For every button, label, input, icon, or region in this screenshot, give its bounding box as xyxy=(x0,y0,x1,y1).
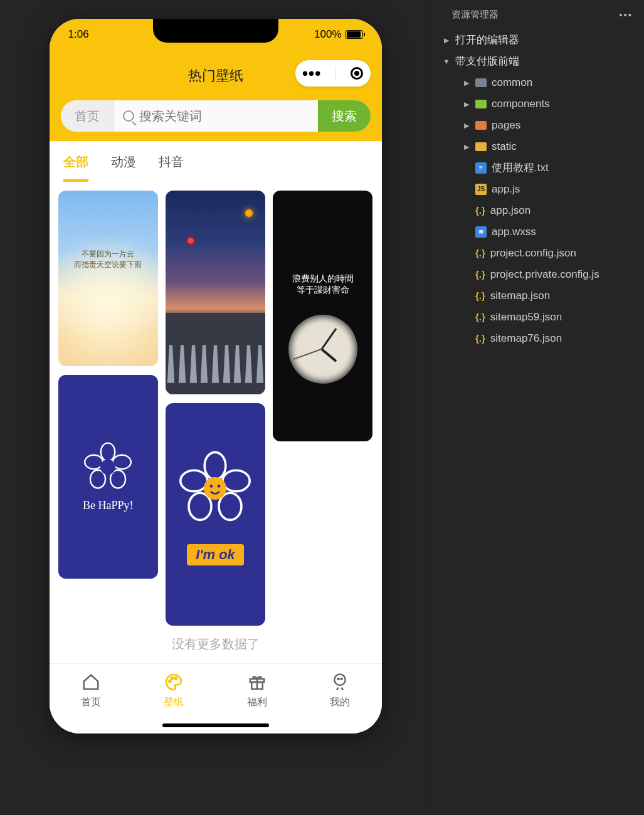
tree-file[interactable]: {.}sitemap.json xyxy=(431,285,644,307)
folder-icon xyxy=(475,78,487,87)
svg-point-7 xyxy=(110,465,112,466)
file-tree[interactable]: ▶打开的编辑器▼带支付版前端▶common▶components▶pages▶s… xyxy=(431,27,644,352)
json-icon: {.} xyxy=(475,329,485,348)
svg-point-14 xyxy=(210,485,213,488)
chevron-icon: ▶ xyxy=(463,118,470,132)
chevron-icon: ▶ xyxy=(463,140,470,154)
folder-icon xyxy=(475,142,487,151)
gift-icon xyxy=(246,671,268,693)
tabbar-label: 我的 xyxy=(330,696,350,709)
search-button[interactable]: 搜索 xyxy=(318,100,371,132)
svg-point-12 xyxy=(181,470,208,492)
phone-simulator: 1:06 100% 热门壁纸 ••• 首页 搜 xyxy=(50,19,382,734)
tree-folder[interactable]: ▶static xyxy=(431,136,644,157)
svg-point-8 xyxy=(205,452,226,479)
svg-line-25 xyxy=(337,688,339,690)
page-title: 热门壁纸 xyxy=(188,66,243,85)
phone-notch xyxy=(153,19,278,43)
menu-icon[interactable]: ••• xyxy=(302,71,321,76)
chevron-icon: ▶ xyxy=(443,33,450,47)
json-icon: {.} xyxy=(475,244,485,263)
tree-section[interactable]: ▶打开的编辑器 xyxy=(431,29,644,51)
svg-point-1 xyxy=(113,455,131,468)
home-indicator xyxy=(162,723,269,727)
wallpaper-card[interactable]: I'm ok xyxy=(166,403,265,626)
tab-全部[interactable]: 全部 xyxy=(63,154,88,182)
tree-section[interactable]: ▼带支付版前端 xyxy=(431,51,644,72)
tabbar-label: 首页 xyxy=(81,696,101,709)
svg-point-16 xyxy=(169,680,171,682)
tree-file[interactable]: {.}app.json xyxy=(431,200,644,221)
miniprogram-capsule[interactable]: ••• xyxy=(295,60,371,87)
explorer-title: 资源管理器 xyxy=(451,9,499,21)
palette-icon xyxy=(163,671,184,693)
svg-point-9 xyxy=(223,470,250,492)
folder-icon xyxy=(475,100,487,108)
chevron-icon: ▶ xyxy=(463,97,470,111)
search-home-button[interactable]: 首页 xyxy=(61,100,114,132)
search-input[interactable] xyxy=(139,109,309,124)
tabbar-label: 福利 xyxy=(247,696,267,709)
svg-point-13 xyxy=(204,477,226,500)
json-icon: {.} xyxy=(475,201,485,220)
tree-file[interactable]: ≡使用教程.txt xyxy=(431,157,644,179)
json-icon: {.} xyxy=(475,265,485,284)
file-icon: ≋ xyxy=(475,226,487,238)
file-icon: ≡ xyxy=(475,162,487,174)
wallpaper-card[interactable]: 不要因为一片云而指责天空说要下雨 xyxy=(58,191,158,366)
tree-file[interactable]: {.}sitemap76.json xyxy=(431,328,644,349)
chevron-icon: ▶ xyxy=(463,76,470,90)
tree-folder[interactable]: ▶components xyxy=(431,93,644,115)
tree-file[interactable]: JSapp.js xyxy=(431,179,644,200)
explorer-panel: 资源管理器 ••• ▶打开的编辑器▼带支付版前端▶common▶componen… xyxy=(431,0,644,815)
svg-point-0 xyxy=(101,443,115,461)
user-icon xyxy=(329,671,351,693)
wallpaper-card[interactable] xyxy=(166,191,265,394)
svg-point-24 xyxy=(341,678,342,680)
svg-point-22 xyxy=(335,675,346,686)
svg-point-23 xyxy=(338,678,339,680)
wallpaper-card[interactable]: 浪费别人的時間等于謀財害命 xyxy=(273,191,372,441)
tabbar-user[interactable]: 我的 xyxy=(329,671,351,709)
file-icon: JS xyxy=(475,184,487,195)
svg-point-15 xyxy=(218,485,221,488)
tab-抖音[interactable]: 抖音 xyxy=(159,154,184,182)
tabbar-gift[interactable]: 福利 xyxy=(246,671,268,709)
tree-file[interactable]: {.}project.config.json xyxy=(431,243,644,264)
svg-point-17 xyxy=(171,677,173,679)
no-more-data: 没有更多数据了 xyxy=(50,626,382,663)
status-time: 1:06 xyxy=(68,28,89,41)
svg-point-6 xyxy=(105,465,107,466)
wallpaper-card[interactable]: Be HaPPy! xyxy=(58,375,158,579)
svg-point-18 xyxy=(175,677,177,679)
category-tabs: 全部动漫抖音 xyxy=(50,141,382,182)
tree-folder[interactable]: ▶pages xyxy=(431,115,644,136)
tree-file[interactable]: {.}sitemap59.json xyxy=(431,307,644,328)
home-icon xyxy=(80,671,102,693)
folder-icon xyxy=(475,121,487,130)
tabbar-label: 壁纸 xyxy=(164,696,184,709)
svg-point-5 xyxy=(100,460,115,475)
tabbar-palette[interactable]: 壁纸 xyxy=(163,671,184,709)
wallpaper-grid[interactable]: 不要因为一片云而指责天空说要下雨 Be HaPPy! I'm ok浪费别人的時間… xyxy=(50,182,382,626)
tabbar-home[interactable]: 首页 xyxy=(80,671,102,709)
status-battery: 100% xyxy=(314,28,341,41)
tree-file[interactable]: {.}project.private.config.js xyxy=(431,264,644,285)
svg-point-4 xyxy=(85,455,103,468)
tab-动漫[interactable]: 动漫 xyxy=(111,154,136,182)
json-icon: {.} xyxy=(475,308,485,327)
close-target-icon[interactable] xyxy=(351,67,363,80)
chevron-icon: ▼ xyxy=(443,55,450,68)
more-icon[interactable]: ••• xyxy=(619,9,633,20)
search-icon xyxy=(123,110,134,122)
tree-file[interactable]: ≋app.wxss xyxy=(431,221,644,243)
battery-icon xyxy=(346,30,363,39)
search-bar: 首页 搜索 xyxy=(61,100,371,132)
tree-folder[interactable]: ▶common xyxy=(431,72,644,93)
json-icon: {.} xyxy=(475,287,485,305)
svg-line-26 xyxy=(342,688,344,690)
